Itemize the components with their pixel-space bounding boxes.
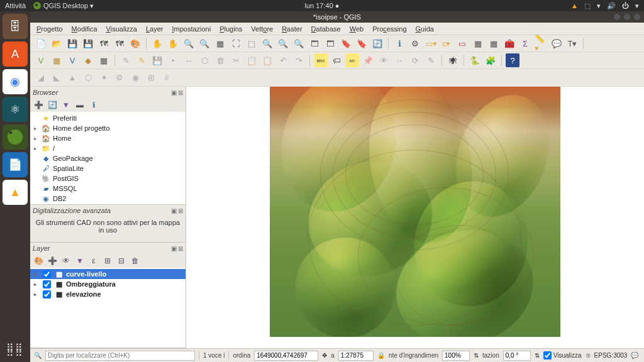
messages-icon[interactable]: 💬	[631, 352, 638, 359]
browser-item[interactable]: ★Preferiti	[30, 113, 186, 123]
label-abc-button[interactable]: abc	[314, 53, 328, 67]
actions-button[interactable]: ⚙	[408, 36, 422, 50]
launcher-atom[interactable]: ⚛	[3, 97, 28, 122]
deselect-button[interactable]: ▭	[455, 36, 469, 50]
browser-item[interactable]: ▰MSSQL	[30, 184, 186, 194]
plugin-manager-button[interactable]: 🧩	[484, 53, 497, 67]
style-manager-button[interactable]: 🎨	[128, 36, 142, 50]
coord-input[interactable]	[254, 351, 318, 361]
measure-button[interactable]: 📏▾	[534, 36, 548, 50]
browser-item[interactable]: ▸🏠Home del progetto	[30, 123, 186, 133]
new-3d-view-button[interactable]: 🗔	[323, 36, 337, 50]
launcher-apps-grid[interactable]: ⠿⠿⠿⠿	[6, 346, 24, 356]
magnifier-input[interactable]	[442, 351, 470, 361]
zoom-layer-button[interactable]: 🔍	[260, 36, 274, 50]
metasearch-button[interactable]: 🕷	[446, 53, 460, 67]
move-feature-button[interactable]: ↔	[182, 53, 196, 67]
layer-item[interactable]: ▸▩elevazione	[30, 289, 186, 299]
layer-item[interactable]: ▸▩curve-livello	[30, 269, 186, 279]
browser-close-icon[interactable]: ⊠	[178, 89, 183, 96]
label-show-button[interactable]: 👁	[377, 53, 391, 67]
layers-visibility-icon[interactable]: 👁	[60, 255, 72, 266]
label-highlight-button[interactable]: ab	[345, 53, 359, 67]
window-maximize[interactable]	[624, 14, 630, 20]
maptips-button[interactable]: 💬	[550, 36, 564, 50]
paste-button[interactable]: 📋	[260, 53, 274, 67]
help-button[interactable]: ?	[506, 53, 519, 67]
menu-impostazioni[interactable]: Impostazioni	[172, 25, 211, 33]
new-geopackage-button[interactable]: ◆	[81, 53, 95, 67]
annotation-button[interactable]: T▾	[565, 36, 579, 50]
new-layout-button[interactable]: 🗺	[113, 36, 126, 50]
rotation-input[interactable]	[503, 351, 531, 361]
map-canvas-area[interactable]	[186, 87, 644, 348]
launcher-vlc[interactable]: ▲	[3, 180, 28, 205]
save-project-button[interactable]: 💾	[65, 36, 79, 50]
menu-database[interactable]: Database	[311, 25, 341, 33]
system-menu-icon[interactable]: ▾	[635, 2, 639, 10]
select-expr-button[interactable]: ε▾	[440, 36, 453, 50]
zoom-in-button[interactable]: 🔍	[182, 36, 196, 50]
launcher-qgis[interactable]	[3, 124, 28, 150]
menu-vettore[interactable]: Vettore	[251, 25, 273, 33]
cad-float-icon[interactable]: ▣	[171, 207, 177, 214]
browser-props-icon[interactable]: ℹ	[88, 99, 99, 111]
new-memory-button[interactable]: ▦	[97, 53, 111, 67]
browser-tree[interactable]: ★Preferiti▸🏠Home del progetto▸🏠Home▸📁/◆G…	[30, 112, 186, 204]
scale-input[interactable]	[338, 351, 374, 361]
menu-progetto[interactable]: PProgettorogetto	[36, 25, 63, 33]
new-project-button[interactable]: 📄	[34, 36, 48, 50]
browser-item[interactable]: 🌐WMS/WMTS	[30, 204, 186, 204]
save-edits-button[interactable]: 💾	[150, 53, 164, 67]
zoom-full-button[interactable]: ⛶	[229, 36, 243, 50]
locate-input[interactable]	[45, 351, 195, 361]
redo-button[interactable]: ↷	[292, 53, 306, 67]
clock[interactable]: lun 17:40 ●	[305, 2, 340, 9]
label-rotate-button[interactable]: ⟳	[408, 53, 422, 67]
cad-close-icon[interactable]: ⊠	[178, 207, 183, 214]
layers-filter-icon[interactable]: ▼	[74, 255, 86, 266]
identify-button[interactable]: ℹ	[392, 36, 406, 50]
current-edits-button[interactable]: ✎	[119, 53, 133, 67]
new-map-view-button[interactable]: 🗔	[308, 36, 321, 50]
launcher-software[interactable]: A	[3, 41, 28, 67]
add-vector-button[interactable]: V	[34, 53, 48, 67]
label-pin-button[interactable]: 📌	[361, 53, 375, 67]
pan-selection-button[interactable]: ✋	[166, 36, 180, 50]
label-change-button[interactable]: ✎	[424, 53, 438, 67]
layers-remove-icon[interactable]: 🗑	[130, 255, 141, 266]
undo-button[interactable]: ↶	[276, 53, 290, 67]
network-icon[interactable]: ▾	[597, 2, 601, 10]
zoom-out-button[interactable]: 🔍	[197, 36, 211, 50]
browser-item[interactable]: ◉DB2	[30, 194, 186, 204]
browser-filter-icon[interactable]: ▼	[60, 99, 72, 111]
browser-float-icon[interactable]: ▣	[171, 89, 177, 96]
attr-table-button[interactable]: ▦	[471, 36, 485, 50]
render-checkbox[interactable]: Visualizza	[543, 351, 582, 359]
layout-manager-button[interactable]: 🗺	[97, 36, 111, 50]
magnifier-spinner[interactable]: ⇅	[474, 352, 479, 359]
new-vector-button[interactable]: V	[65, 53, 79, 67]
scale-lock-icon[interactable]: 🔒	[377, 352, 385, 359]
browser-item[interactable]: 🖋SpatiaLite	[30, 163, 186, 173]
activities-button[interactable]: Attività	[5, 2, 26, 9]
menu-visualizza[interactable]: Visualizza	[106, 25, 137, 33]
zoom-native-button[interactable]: ▦	[213, 36, 227, 50]
layers-expr-icon[interactable]: ε	[88, 255, 99, 266]
crs-icon[interactable]: ⊕	[586, 352, 591, 359]
menu-layer[interactable]: Layer	[146, 25, 164, 33]
power-icon[interactable]: ⏻	[622, 2, 629, 9]
menu-guida[interactable]: Guida	[416, 25, 434, 33]
label-layer-button[interactable]: 🏷	[330, 53, 343, 67]
add-raster-button[interactable]: ▦	[50, 53, 64, 67]
browser-item[interactable]: ▸🏠Home	[30, 133, 186, 143]
browser-item[interactable]: 🐘PostGIS	[30, 173, 186, 184]
zoom-next-button[interactable]: 🔍	[292, 36, 306, 50]
zoom-selection-button[interactable]: ⬚	[245, 36, 258, 50]
browser-collapse-icon[interactable]: ▬	[74, 99, 86, 111]
window-close[interactable]	[634, 14, 640, 20]
layers-style-icon[interactable]: 🎨	[33, 255, 44, 266]
vlc-tray-icon[interactable]: ▲	[571, 2, 578, 9]
layers-expand-icon[interactable]: ⊞	[102, 255, 113, 266]
cut-button[interactable]: ✂	[229, 53, 243, 67]
